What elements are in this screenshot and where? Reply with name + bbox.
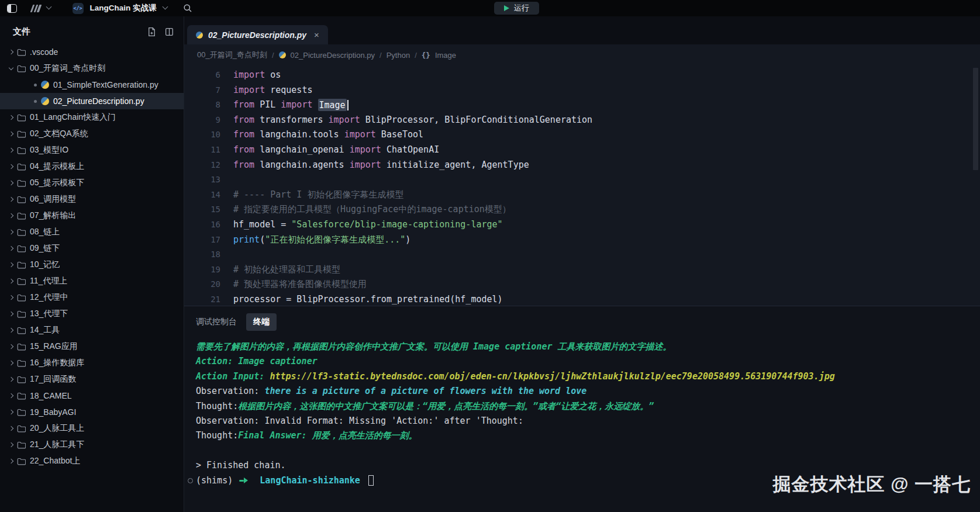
tree-item-label: 22_Chatbot上 xyxy=(30,456,80,466)
run-button[interactable]: 运行 xyxy=(494,2,539,15)
tree-folder[interactable]: 11_代理上 xyxy=(0,273,184,289)
tree-folder[interactable]: 09_链下 xyxy=(0,240,184,257)
tree-folder[interactable]: 20_人脉工具上 xyxy=(0,420,184,437)
tree-folder[interactable]: 21_人脉工具下 xyxy=(0,437,184,453)
code-line: 11from langchain_openai import ChatOpenA… xyxy=(184,143,980,158)
terminal-text: Thought: xyxy=(196,399,238,414)
collapse-folders-icon[interactable] xyxy=(164,27,174,37)
editor-tab[interactable]: 02_PictureDescription.py × xyxy=(187,25,328,44)
code-token: from xyxy=(233,129,254,140)
tree-folder[interactable]: 02_文档QA系统 xyxy=(0,126,184,142)
chevron-icon xyxy=(9,279,13,283)
terminal-text: Observation: xyxy=(196,384,264,399)
code-line: 16hf_model = "Salesforce/blip-image-capt… xyxy=(184,217,980,233)
breadcrumb-language[interactable]: Python xyxy=(387,51,410,60)
text-cursor xyxy=(347,100,348,110)
folder-icon xyxy=(17,229,26,236)
chevron-icon xyxy=(9,262,13,267)
tree-file[interactable]: 01_SimpleTextGeneration.py xyxy=(0,77,184,93)
terminal-text: 根据图片内容，这张图的中文推广文案可以是：“用爱，点亮生活的每一刻。”或者“让爱… xyxy=(238,399,654,414)
breadcrumb-symbol[interactable]: Image xyxy=(435,51,456,60)
tree-item-label: 12_代理中 xyxy=(30,292,68,303)
code-line: 20# 预处理器将准备图像供模型使用 xyxy=(184,277,980,292)
search-icon[interactable] xyxy=(183,4,192,13)
tab-debug-console[interactable]: 调试控制台 xyxy=(189,313,244,331)
chevron-down-icon[interactable] xyxy=(162,4,168,10)
chevron-icon xyxy=(9,115,13,120)
braces-icon: {} xyxy=(422,51,430,60)
code-token: transformers xyxy=(254,115,328,125)
project-title[interactable]: LangChain 实战课 xyxy=(90,3,157,13)
tree-item-label: 02_PictureDescription.py xyxy=(53,96,144,106)
chevron-icon xyxy=(9,393,13,398)
tab-terminal[interactable]: 终端 xyxy=(246,313,277,331)
breadcrumb-file[interactable]: 02_PictureDescription.py xyxy=(291,51,375,60)
terminal-text: Thought: xyxy=(196,428,238,443)
tree-folder[interactable]: 12_代理中 xyxy=(0,289,184,306)
code-token: PIL xyxy=(254,99,281,110)
terminal-line: 需要先了解图片的内容，再根据图片内容创作中文推广文案。可以使用 Image ca… xyxy=(196,340,980,354)
tree-folder[interactable]: 16_操作数据库 xyxy=(0,355,184,371)
tree-folder[interactable]: 19_BabyAGI xyxy=(0,404,184,420)
tree-folder[interactable]: 04_提示模板上 xyxy=(0,158,184,175)
code-text: print("正在初始化图像字幕生成模型...") xyxy=(220,233,410,248)
code-token xyxy=(312,99,318,110)
code-token: # 预处理器将准备图像供模型使用 xyxy=(233,279,367,289)
code-token: langchain.tools xyxy=(254,129,344,140)
tree-folder[interactable]: 01_LangChain快速入门 xyxy=(0,109,184,126)
tree-folder[interactable]: 15_RAG应用 xyxy=(0,338,184,355)
folder-icon xyxy=(17,425,26,433)
tree-item-label: 00_开篇词_奇点时刻 xyxy=(30,63,105,74)
code-token: from xyxy=(233,144,254,155)
terminal-cursor xyxy=(368,475,374,486)
chevron-icon xyxy=(9,213,13,218)
tree-folder[interactable]: 14_工具 xyxy=(0,322,184,338)
tree-item-label: 11_代理上 xyxy=(30,276,67,286)
tree-item-label: 13_代理下 xyxy=(30,309,68,319)
panel-tab-bar: 调试控制台 终端 xyxy=(184,306,980,332)
tree-folder[interactable]: 08_链上 xyxy=(0,224,184,240)
tab-label: 02_PictureDescription.py xyxy=(208,30,306,40)
code-editor[interactable]: 6import os7import requests8from PIL impo… xyxy=(184,65,980,306)
tree-folder[interactable]: 10_记忆 xyxy=(0,257,184,273)
tree-item-label: 18_CAMEL xyxy=(30,391,72,400)
tree-item-label: 08_链上 xyxy=(30,227,60,237)
folder-icon xyxy=(17,343,26,351)
tree-folder[interactable]: 18_CAMEL xyxy=(0,388,184,404)
tree-folder[interactable]: 03_模型IO xyxy=(0,142,184,158)
code-token: import xyxy=(281,99,312,110)
terminal-output[interactable]: 需要先了解图片的内容，再根据图片内容创作中文推广文案。可以使用 Image ca… xyxy=(184,332,980,512)
close-icon[interactable]: × xyxy=(314,30,319,39)
tree-folder[interactable]: 17_回调函数 xyxy=(0,371,184,388)
code-text: # 预处理器将准备图像供模型使用 xyxy=(220,277,367,292)
file-explorer: 文件 .vscode00_开篇词_奇点时刻01_SimpleTextGenera… xyxy=(0,16,184,512)
code-token: print xyxy=(233,234,260,245)
chevron-icon xyxy=(9,181,13,185)
code-token: BaseTool xyxy=(376,129,423,140)
tree-folder[interactable]: 22_Chatbot上 xyxy=(0,453,184,469)
tree-folder[interactable]: 07_解析输出 xyxy=(0,207,184,224)
code-text: # ---- Part I 初始化图像字幕生成模型 xyxy=(220,188,403,203)
tree-folder[interactable]: 13_代理下 xyxy=(0,306,184,322)
line-number: 19 xyxy=(184,262,220,278)
sidebar-toggle-icon[interactable] xyxy=(7,4,17,13)
code-token: "正在初始化图像字幕生成模型..." xyxy=(265,234,405,245)
tree-item-label: 05_提示模板下 xyxy=(30,178,84,188)
chevron-down-icon[interactable] xyxy=(46,4,51,10)
code-text: # 指定要使用的工具模型（HuggingFace中的image-caption模… xyxy=(220,202,511,217)
tree-file[interactable]: 02_PictureDescription.py xyxy=(0,93,184,109)
tree-folder[interactable]: 06_调用模型 xyxy=(0,191,184,207)
terminal-text: Action Input: xyxy=(196,369,270,384)
line-number: 6 xyxy=(184,68,220,83)
folder-icon xyxy=(17,245,26,252)
scrollbar[interactable] xyxy=(973,68,978,170)
tree-folder[interactable]: 00_开篇词_奇点时刻 xyxy=(0,60,184,77)
new-file-icon[interactable] xyxy=(147,27,157,37)
app-logo-icon[interactable] xyxy=(30,5,42,12)
tree-folder[interactable]: .vscode xyxy=(0,44,184,60)
breadcrumb-folder[interactable]: 00_开篇词_奇点时刻 xyxy=(197,50,267,60)
terminal-text: there is a picture of a picture of flowe… xyxy=(264,384,586,399)
python-file-icon xyxy=(41,97,49,105)
tree-folder[interactable]: 05_提示模板下 xyxy=(0,175,184,191)
code-text: from langchain.agents import initialize_… xyxy=(220,158,529,173)
